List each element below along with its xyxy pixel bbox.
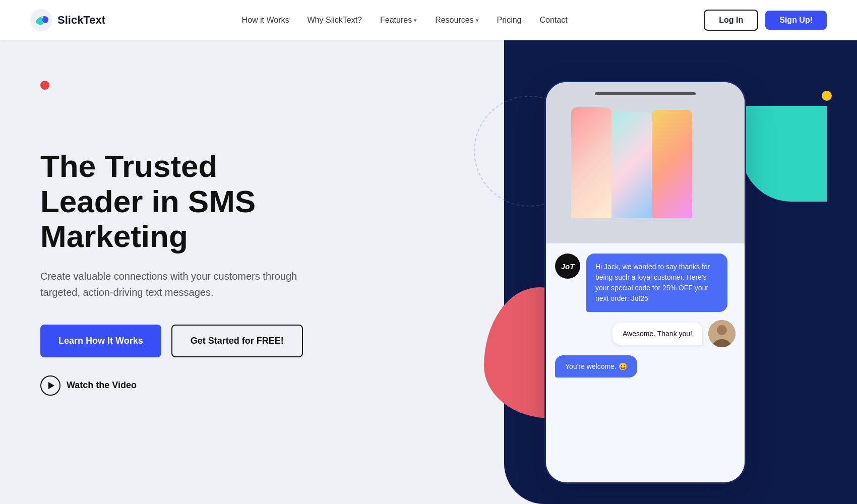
nav-link-resources[interactable]: Resources ▾ xyxy=(435,16,478,25)
received-message: Awesome. Thank you! xyxy=(555,320,736,347)
chat-area: JoT Hi Jack, we wanted to say thanks for… xyxy=(546,243,745,482)
nav-link-contact[interactable]: Contact xyxy=(540,16,568,25)
learn-how-it-works-button[interactable]: Learn How It Works xyxy=(40,325,161,357)
phone-mockup: JoT Hi Jack, we wanted to say thanks for… xyxy=(544,81,746,484)
watch-video-link[interactable]: Watch the Video xyxy=(40,375,323,396)
signup-button[interactable]: Sign Up! xyxy=(765,11,827,30)
nav-link-pricing[interactable]: Pricing xyxy=(497,16,522,25)
hero-left-content: The Trusted Leader in SMS Marketing Crea… xyxy=(0,40,363,504)
hanger-bar xyxy=(595,92,696,95)
nav-item-resources[interactable]: Resources ▾ xyxy=(435,16,478,25)
teal-shape-decoration xyxy=(741,106,827,202)
hero-section: The Trusted Leader in SMS Marketing Crea… xyxy=(0,40,857,504)
hero-subtitle: Create valuable connections with your cu… xyxy=(40,268,313,300)
logo-icon xyxy=(30,9,52,31)
red-dot-decoration xyxy=(40,81,49,90)
shirt-3 xyxy=(652,110,692,218)
reply-bubble: You're welcome. 😀 xyxy=(555,355,637,377)
yellow-dot-decoration xyxy=(822,91,832,101)
clothes-image xyxy=(546,82,745,243)
nav-link-why-slicktext[interactable]: Why SlickText? xyxy=(308,16,362,25)
nav-link-features[interactable]: Features ▾ xyxy=(380,16,417,25)
svg-point-2 xyxy=(717,325,727,335)
get-started-button[interactable]: Get Started for FREE! xyxy=(171,325,303,357)
shirt-2 xyxy=(611,112,652,218)
hero-right-visual: JoT Hi Jack, we wanted to say thanks for… xyxy=(514,66,817,499)
chevron-down-icon: ▾ xyxy=(476,17,479,24)
user-avatar-icon xyxy=(708,320,736,347)
nav-item-how-it-works[interactable]: How it Works xyxy=(242,16,289,25)
logo[interactable]: SlickText xyxy=(30,9,105,31)
phone-screen: JoT Hi Jack, we wanted to say thanks for… xyxy=(546,82,745,482)
brand-name: SlickText xyxy=(57,14,105,27)
play-circle-icon xyxy=(40,375,60,396)
login-button[interactable]: Log In xyxy=(704,10,758,31)
sent-bubble: Hi Jack, we wanted to say thanks for bei… xyxy=(586,254,727,312)
jot-avatar: JoT xyxy=(555,254,580,279)
reply-message: You're welcome. 😀 xyxy=(555,355,736,377)
navbar: SlickText How it Works Why SlickText? Fe… xyxy=(0,0,857,40)
nav-item-contact[interactable]: Contact xyxy=(540,16,568,25)
nav-item-pricing[interactable]: Pricing xyxy=(497,16,522,25)
shirt-1 xyxy=(571,107,611,218)
nav-link-how-it-works[interactable]: How it Works xyxy=(242,16,289,25)
user-avatar xyxy=(708,320,736,347)
nav-item-why-slicktext[interactable]: Why SlickText? xyxy=(308,16,362,25)
nav-item-features[interactable]: Features ▾ xyxy=(380,16,417,25)
nav-links: How it Works Why SlickText? Features ▾ R… xyxy=(242,16,568,25)
hero-cta-buttons: Learn How It Works Get Started for FREE! xyxy=(40,325,323,357)
hero-title: The Trusted Leader in SMS Marketing xyxy=(40,149,323,254)
watch-video-label: Watch the Video xyxy=(67,380,137,391)
chevron-down-icon: ▾ xyxy=(414,17,417,24)
sent-message: JoT Hi Jack, we wanted to say thanks for… xyxy=(555,254,736,312)
play-triangle-icon xyxy=(48,382,54,389)
received-bubble: Awesome. Thank you! xyxy=(613,323,702,345)
nav-actions: Log In Sign Up! xyxy=(704,10,827,31)
